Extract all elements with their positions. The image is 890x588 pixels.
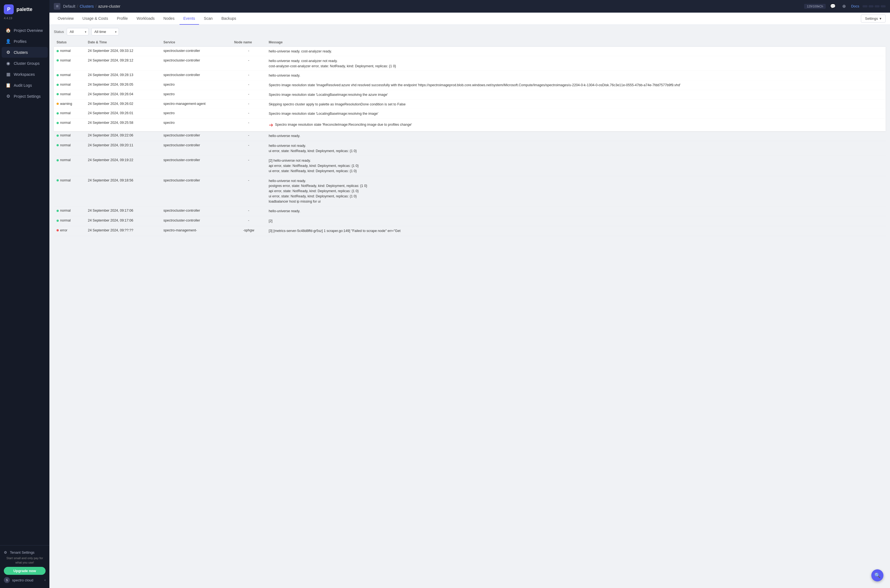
status-select-wrap[interactable]: All — [67, 28, 89, 35]
service-cell[interactable]: spectro — [161, 80, 231, 90]
col-service: Service — [161, 38, 231, 46]
status-dot — [57, 93, 59, 95]
status-text: normal — [60, 58, 71, 62]
breadcrumb-clusters-link[interactable]: Clusters — [80, 4, 94, 9]
settings-button[interactable]: Settings ▾ — [861, 15, 885, 22]
service-cell[interactable]: spectrocluster-controller — [161, 46, 231, 56]
tab-events[interactable]: Events — [180, 13, 199, 25]
breadcrumb: ⊞ Default / Clusters / azure-cluster — [54, 3, 120, 10]
tenant-settings-label: Tenant Settings — [10, 550, 35, 555]
service-cell[interactable]: spectro — [161, 109, 231, 118]
pill-2 — [869, 5, 873, 8]
status-text: normal — [60, 178, 71, 182]
service-cell[interactable]: spectrocluster-controller — [161, 56, 231, 71]
search-fab-button[interactable]: 🔍 — [871, 569, 883, 581]
tab-workloads[interactable]: Workloads — [133, 13, 158, 25]
pill-3 — [875, 5, 879, 8]
status-cell: normal — [54, 176, 85, 206]
nodename-cell: - — [231, 141, 266, 156]
docs-link[interactable]: Docs — [851, 4, 859, 8]
table-row: normal24 September 2024, 09:28:12spectro… — [54, 56, 885, 71]
service-cell[interactable]: spectrocluster-controller — [161, 71, 231, 80]
tab-backups[interactable]: Backups — [218, 13, 240, 25]
table-row: normal24 September 2024, 09:26:04spectro… — [54, 90, 885, 100]
table-row: normal24 September 2024, 09:19:22spectro… — [54, 156, 885, 176]
service-cell[interactable]: spectrocluster-controller — [161, 206, 231, 216]
help-icon[interactable]: ⊕ — [840, 3, 848, 10]
status-cell: warning — [54, 100, 85, 109]
sidebar-item-project-overview[interactable]: 🏠 Project Overview — [2, 25, 48, 36]
status-dot — [57, 122, 59, 124]
service-cell[interactable]: spectro — [161, 118, 231, 131]
sidebar-item-workspaces[interactable]: ▦ Workspaces — [2, 69, 48, 80]
nodename-cell: - — [231, 216, 266, 226]
time-select[interactable]: All time — [92, 28, 119, 35]
service-cell[interactable]: spectro — [161, 90, 231, 100]
status-cell: normal — [54, 156, 85, 176]
sidebar-item-label: Profiles — [14, 39, 27, 44]
tab-profile[interactable]: Profile — [113, 13, 132, 25]
time-select-wrap[interactable]: All time — [92, 28, 119, 35]
home-icon: 🏠 — [6, 28, 11, 33]
breadcrumb-current: azure-cluster — [98, 4, 120, 9]
upgrade-button[interactable]: Upgrade now — [4, 567, 46, 575]
status-select[interactable]: All — [67, 28, 89, 35]
datetime-cell: 24 September 2024, 09:28:12 — [85, 56, 161, 71]
nodename-cell: - — [231, 71, 266, 80]
service-cell[interactable]: spectro-management-agent — [161, 100, 231, 109]
breadcrumb-sep2: / — [96, 4, 97, 9]
sidebar-item-tenant-settings[interactable]: ⚙ Tenant Settings — [4, 548, 46, 556]
sidebar-item-cluster-groups[interactable]: ◉ Cluster Groups — [2, 58, 48, 69]
status-text: normal — [60, 134, 71, 137]
audit-logs-icon: 📋 — [6, 82, 11, 88]
chat-icon[interactable]: 💬 — [829, 3, 837, 10]
service-cell[interactable]: spectrocluster-controller — [161, 141, 231, 156]
col-status: Status — [54, 38, 85, 46]
status-cell: normal — [54, 46, 85, 56]
datetime-cell: 24 September 2024, 09:20:11 — [85, 141, 161, 156]
status-cell: normal — [54, 80, 85, 90]
table-row: normal24 September 2024, 09:20:11spectro… — [54, 141, 885, 156]
service-cell[interactable]: spectrocluster-controller — [161, 156, 231, 176]
tab-scan[interactable]: Scan — [200, 13, 217, 25]
status-text: normal — [60, 143, 71, 147]
table-row: normal24 September 2024, 09:33:12spectro… — [54, 46, 885, 56]
status-dot — [57, 179, 59, 182]
sidebar-item-project-settings[interactable]: ⚙ Project Settings — [2, 91, 48, 102]
service-cell[interactable]: spectro-management- — [161, 226, 231, 236]
status-text: normal — [60, 73, 71, 77]
tab-usage-costs[interactable]: Usage & Costs — [78, 13, 112, 25]
message-cell: Spectro image resolution state 'ImageRes… — [266, 80, 885, 90]
status-text: normal — [60, 158, 71, 162]
tab-nodes[interactable]: Nodes — [159, 13, 178, 25]
service-cell[interactable]: spectrocluster-controller — [161, 176, 231, 206]
message-cell: hello-universe not ready.postgres error,… — [266, 176, 885, 206]
sidebar-item-profiles[interactable]: 👤 Profiles — [2, 36, 48, 46]
status-cell: error — [54, 226, 85, 236]
status-dot — [57, 84, 59, 86]
upgrade-text: Start small and only pay for what you us… — [4, 556, 46, 565]
status-cell: normal — [54, 109, 85, 118]
status-dot — [57, 50, 59, 52]
collapse-arrow-icon: ‹ — [45, 578, 46, 582]
datetime-cell: 24 September 2024, 09:26:01 — [85, 109, 161, 118]
status-dot — [57, 229, 59, 231]
status-text: error — [60, 228, 67, 232]
sidebar-item-clusters[interactable]: ⚙ Clusters — [2, 47, 48, 58]
message-cell: [2] hello-universe not ready.api error, … — [266, 156, 885, 176]
tab-overview[interactable]: Overview — [54, 13, 77, 25]
sidebar-item-audit-logs[interactable]: 📋 Audit Logs — [2, 80, 48, 91]
status-text: normal — [60, 49, 71, 53]
breadcrumb-sep1: / — [77, 4, 78, 9]
table-row: normal24 September 2024, 09:17:06spectro… — [54, 216, 885, 226]
message-cell: ➜Spectro image resolution state 'Reconci… — [266, 118, 885, 131]
filter-row: Status All All time — [50, 25, 890, 38]
status-dot — [57, 210, 59, 212]
col-datetime: Date & Time — [85, 38, 161, 46]
sidebar-item-label: Project Overview — [14, 28, 43, 33]
workspaces-icon: ▦ — [6, 72, 11, 77]
service-cell[interactable]: spectrocluster-controller — [161, 131, 231, 141]
spectro-cloud-item[interactable]: S spectro cloud ‹ — [4, 575, 46, 584]
resource-usage: 129/100kCh — [804, 4, 826, 9]
service-cell[interactable]: spectrocluster-controller — [161, 216, 231, 226]
